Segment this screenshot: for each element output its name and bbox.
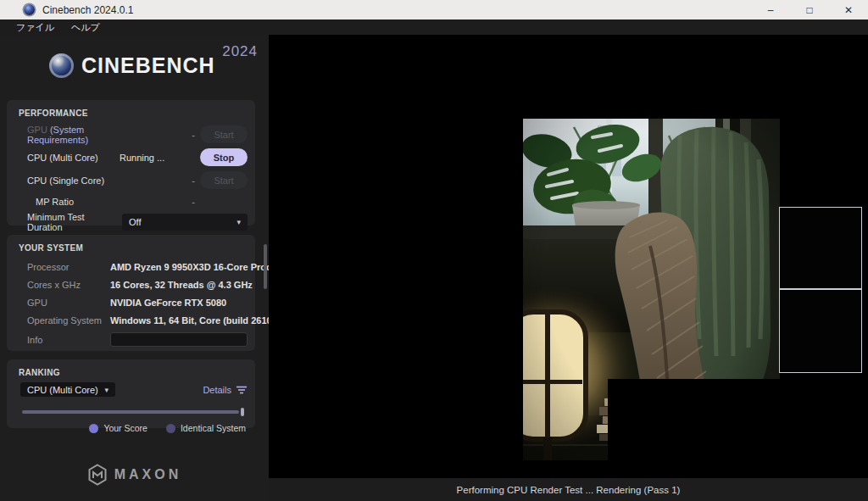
filter-icon xyxy=(236,386,248,394)
cpu-single-row: CPU (Single Core) - Start xyxy=(17,169,248,192)
cpu-single-label: CPU (Single Core) xyxy=(27,175,120,186)
close-button[interactable]: ✕ xyxy=(829,0,868,19)
cinebench-logo-icon xyxy=(49,53,74,78)
info-label: Info xyxy=(27,335,110,345)
app-window: Cinebench 2024.0.1 – □ ✕ ファイル ヘルプ 2024 C… xyxy=(0,0,868,501)
performance-card: PERFORMANCE GPU (System Requirements) - … xyxy=(7,100,255,225)
identical-system-label: Identical System xyxy=(181,423,246,433)
ranking-slider[interactable] xyxy=(22,408,244,416)
render-bucket-1 xyxy=(779,207,862,289)
cinebench-app-icon xyxy=(24,4,35,15)
slider-handle[interactable] xyxy=(241,408,244,416)
gpu-test-value: - xyxy=(120,130,200,140)
your-system-header: YOUR SYSTEM xyxy=(19,243,248,253)
maximize-button[interactable]: □ xyxy=(790,0,829,19)
info-input[interactable] xyxy=(110,332,248,347)
system-row-info: Info xyxy=(17,329,248,350)
ranking-dropdown[interactable]: CPU (Multi Core) ▾ xyxy=(20,382,115,397)
ranking-legend: Your Score Identical System xyxy=(17,423,248,433)
system-row-gpu: GPU NVIDIA GeForce RTX 5080 xyxy=(17,293,248,311)
maxon-logo: MAXON xyxy=(0,464,269,486)
performance-header: PERFORMANCE xyxy=(19,109,248,118)
cpu-multi-stop-button[interactable]: Stop xyxy=(200,148,248,166)
caret-down-icon: ▾ xyxy=(104,386,108,394)
your-score-dot xyxy=(89,424,98,433)
os-label: Operating System xyxy=(27,315,110,326)
ranking-card: RANKING CPU (Multi Core) ▾ Details xyxy=(7,359,255,428)
ranking-dropdown-value: CPU (Multi Core) xyxy=(27,385,98,395)
your-score-label: Your Score xyxy=(103,423,147,433)
cpu-multi-row: CPU (Multi Core) Running ... Stop xyxy=(17,146,248,169)
mp-ratio-value: - xyxy=(120,197,200,207)
legend-identical-system: Identical System xyxy=(166,423,246,433)
caret-down-icon: ▾ xyxy=(236,218,241,226)
legend-your-score: Your Score xyxy=(89,423,147,433)
processor-label: Processor xyxy=(27,262,110,272)
status-bar: Performing CPU Render Test ... Rendering… xyxy=(269,478,868,501)
maxon-hexagon-icon xyxy=(87,464,108,486)
min-duration-label: Minimum Test Duration xyxy=(27,212,122,232)
menu-bar: ファイル ヘルプ xyxy=(0,19,868,35)
cpu-multi-label: CPU (Multi Core) xyxy=(27,153,120,163)
maxon-wordmark: MAXON xyxy=(114,467,182,482)
window-title: Cinebench 2024.0.1 xyxy=(42,4,133,16)
min-duration-value: Off xyxy=(129,217,141,227)
sidebar-scrollbar[interactable] xyxy=(264,244,267,289)
render-status-text: Performing CPU Render Test ... Rendering… xyxy=(457,485,681,495)
min-duration-row: Minimum Test Duration Off ▾ xyxy=(17,211,248,233)
gpu-start-button[interactable]: Start xyxy=(200,125,248,143)
min-duration-dropdown[interactable]: Off ▾ xyxy=(122,214,248,231)
render-viewport: Performing CPU Render Test ... Rendering… xyxy=(269,35,868,501)
details-link[interactable]: Details xyxy=(203,385,248,395)
system-gpu-label: GPU xyxy=(27,298,110,308)
cpu-single-start-button[interactable]: Start xyxy=(200,171,248,189)
minimize-button[interactable]: – xyxy=(751,0,790,19)
identical-system-dot xyxy=(166,424,175,433)
render-bucket-2 xyxy=(779,289,862,373)
mp-ratio-label: MP Ratio xyxy=(36,197,120,207)
details-label: Details xyxy=(203,385,231,395)
mp-ratio-row: MP Ratio - xyxy=(17,192,248,211)
logo-row: 2024 CINEBENCH xyxy=(0,35,269,100)
sidebar: 2024 CINEBENCH PERFORMANCE GPU (System R… xyxy=(0,35,269,501)
logo-brand: CINEBENCH xyxy=(81,53,215,78)
cores-value: 16 Cores, 32 Threads @ 4.3 GHz xyxy=(110,280,253,290)
gpu-test-label: GPU xyxy=(27,125,47,135)
ranking-header: RANKING xyxy=(19,368,248,377)
menu-help[interactable]: ヘルプ xyxy=(64,21,108,34)
window-controls: – □ ✕ xyxy=(751,0,868,19)
your-system-card: YOUR SYSTEM Processor AMD Ryzen 9 9950X3… xyxy=(7,235,255,351)
cpu-multi-status: Running ... xyxy=(120,153,200,163)
system-gpu-value: NVIDIA GeForce RTX 5080 xyxy=(110,298,226,308)
cpu-single-value: - xyxy=(120,175,200,186)
unrendered-region xyxy=(608,379,868,478)
system-row-os: Operating System Windows 11, 64 Bit, Cor… xyxy=(17,311,248,329)
os-value: Windows 11, 64 Bit, Core (build 26100) xyxy=(110,315,280,326)
slider-track xyxy=(22,410,239,414)
title-bar: Cinebench 2024.0.1 – □ ✕ xyxy=(0,0,868,19)
menu-file[interactable]: ファイル xyxy=(8,21,62,34)
system-row-processor: Processor AMD Ryzen 9 9950X3D 16-Core Pr… xyxy=(17,258,248,276)
cores-label: Cores x GHz xyxy=(27,280,110,290)
logo-year: 2024 xyxy=(222,43,258,60)
system-row-cores: Cores x GHz 16 Cores, 32 Threads @ 4.3 G… xyxy=(17,276,248,293)
gpu-test-row: GPU (System Requirements) - Start xyxy=(17,123,248,146)
